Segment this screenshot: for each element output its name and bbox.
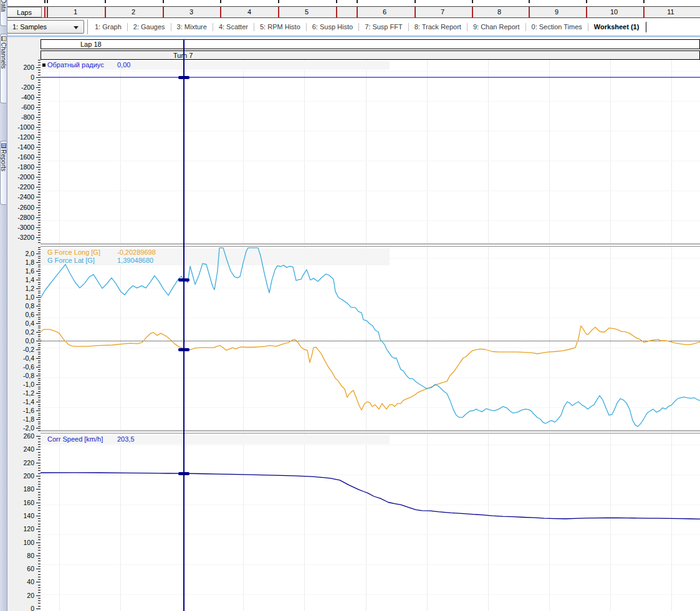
lap-number[interactable]: 11 [661, 8, 680, 16]
ruler-tick [278, 0, 279, 3]
lap-number[interactable]: 6 [375, 8, 394, 16]
tab-2-gauges[interactable]: 2: Gauges [128, 23, 171, 31]
tab-5-rpm-histo[interactable]: 5: RPM Histo [254, 23, 306, 31]
sidebar-tab-label: Channels [0, 42, 7, 69]
ruler-tick [336, 0, 337, 3]
lap-number[interactable]: 5 [297, 8, 316, 16]
lap-number[interactable]: 10 [605, 8, 623, 16]
lap-number[interactable]: 9 [547, 8, 566, 16]
ruler-tick [472, 0, 473, 3]
lap-boundary-tick [415, 7, 416, 17]
tab-0-section-times[interactable]: 0: Section Times [526, 23, 588, 31]
lap-number[interactable]: 7 [433, 8, 452, 16]
sidebar-tab-reports[interactable]: Reports [0, 141, 6, 205]
ruler-tick [44, 0, 46, 3]
turn-header-bar[interactable]: Turn 7 [41, 50, 700, 60]
worksheet-tab-bar: 1: Graph2: Gauges3: Mixture4: Scatter5: … [89, 18, 646, 36]
lap-boundary-tick [472, 7, 473, 17]
samples-combobox-value: 1: Samples [12, 23, 47, 31]
samples-combobox[interactable]: 1: Samples [7, 20, 84, 34]
ruler-tick [105, 0, 106, 3]
sidebar-tab-data[interactable]: Data [0, 0, 6, 26]
chevron-down-icon[interactable] [74, 26, 79, 29]
sidebar-tab-label: Reports [0, 149, 7, 171]
channel-name: Corr Speed [km/h] [47, 435, 103, 443]
channel-value: 203,5 [117, 435, 135, 443]
lap-number[interactable]: 2 [124, 8, 143, 16]
lap-number[interactable]: 8 [490, 8, 509, 16]
lap-number[interactable]: 3 [182, 8, 201, 16]
lap-boundary-tick [336, 7, 337, 17]
laps-ruler-label-cell: Laps [7, 7, 42, 17]
tab-9-chan-report[interactable]: 9: Chan Report [467, 23, 525, 31]
channel-value: 0,00 [117, 61, 130, 69]
lap-boundary-tick [643, 7, 645, 17]
toolbar-divider [87, 19, 88, 34]
tab-4-scatter[interactable]: 4: Scatter [213, 23, 254, 31]
app-window: Laps 1234567891011 1: Samples 1: Graph2:… [0, 0, 700, 611]
tab-8-track-report[interactable]: 8: Track Report [409, 23, 467, 31]
reports-icon [1, 143, 6, 148]
side-tab-strip: DataChannelsReports [0, 0, 7, 611]
channel-value: -0,20289698 [117, 249, 156, 256]
channel-value: 1,39048680 [117, 257, 153, 264]
lap-number[interactable]: 1 [66, 8, 85, 16]
tab-6-susp-histo[interactable]: 6: Susp Histo [307, 23, 358, 31]
lap-boundary-tick [44, 7, 46, 17]
ruler-tick [415, 0, 416, 3]
ruler-tick [47, 0, 48, 3]
laps-ruler[interactable]: Laps 1234567891011 [7, 6, 700, 18]
lap-header-bar[interactable]: Lap 18 [41, 39, 700, 49]
lap-boundary-tick [47, 7, 48, 17]
ruler-tick [643, 0, 645, 3]
time-ruler-strip [7, 0, 700, 6]
worksheet-toolbar: 1: Samples 1: Graph2: Gauges3: Mixture4:… [7, 18, 700, 36]
ruler-tick [529, 0, 530, 3]
plot-pane-gforce[interactable] [41, 247, 700, 430]
tab-7-susp-fft[interactable]: 7: Susp FFT [359, 23, 408, 31]
lap-boundary-tick [163, 7, 164, 17]
plot-pane-speed[interactable] [41, 433, 700, 611]
lap-boundary-tick [105, 7, 106, 17]
toolbar-separator [7, 36, 700, 37]
sidebar-tab-channels[interactable]: Channels [0, 34, 6, 103]
laps-ruler-label: Laps [17, 9, 32, 16]
plot-pane-radius[interactable] [41, 60, 700, 244]
lap-boundary-tick [278, 7, 279, 17]
channels-icon [1, 36, 6, 41]
channel-marker-icon [42, 64, 46, 67]
ruler-tick [357, 0, 358, 3]
lap-header-label: Lap 18 [80, 40, 102, 48]
tab-worksheet-1-[interactable]: Worksheet (1) [588, 23, 645, 31]
lap-boundary-tick [357, 7, 358, 17]
lap-number[interactable]: 4 [240, 8, 259, 16]
tab-3-mixture[interactable]: 3: Mixture [171, 23, 213, 31]
sidebar-tab-label: Data [0, 0, 7, 12]
channel-name: Обратный радиус [47, 61, 104, 69]
ruler-tick [586, 0, 587, 3]
y-axis-gutter [7, 37, 41, 611]
ruler-tick [163, 0, 164, 3]
lap-boundary-tick [586, 7, 587, 17]
channel-name: G Force Long [G] [47, 249, 100, 256]
lap-boundary-tick [529, 7, 530, 17]
lap-boundary-tick [220, 7, 221, 17]
channel-name: G Force Lat [G] [47, 257, 95, 264]
data-cursor[interactable] [183, 39, 185, 611]
ruler-tick [220, 0, 221, 3]
tab-1-graph[interactable]: 1: Graph [89, 23, 127, 31]
active-tab-caret [646, 22, 646, 32]
